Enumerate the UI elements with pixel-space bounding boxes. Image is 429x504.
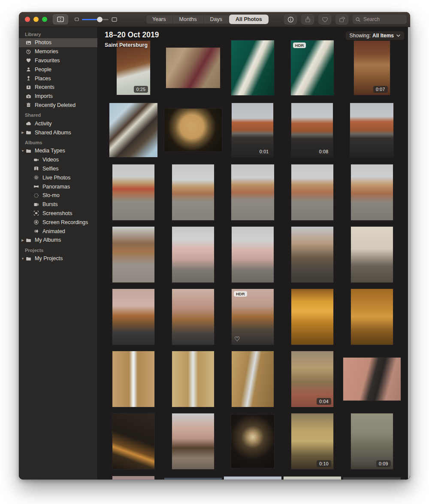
share-button[interactable] (301, 14, 314, 24)
photo-thumbnail[interactable] (112, 289, 154, 345)
photo-thumbnail[interactable] (172, 289, 214, 345)
sidebar-item-selfies[interactable]: Selfies (19, 164, 97, 173)
grid-cell (163, 285, 223, 348)
photo-thumbnail[interactable]: 0:01 (232, 103, 273, 157)
sidebar-item-animated[interactable]: Animated (19, 227, 97, 236)
disclosure-triangle[interactable]: ▶ (20, 131, 26, 134)
photo-thumbnail[interactable] (224, 477, 281, 480)
thumbnail-aspect-toggle-button[interactable] (53, 14, 68, 24)
photo-thumbnail[interactable] (231, 415, 274, 468)
sidebar-item-panoramas[interactable]: Panoramas (19, 182, 97, 191)
grid-cell: HDR (282, 36, 342, 99)
photo-thumbnail[interactable]: 0:09 (351, 413, 393, 469)
photo-thumbnail[interactable] (231, 40, 274, 95)
photo-thumbnail[interactable]: 0:10 (291, 413, 333, 469)
sidebar-item-label: People (35, 67, 51, 73)
favorite-heart-icon[interactable]: ♡ (234, 335, 240, 343)
thumbnail-zoom-control (74, 16, 118, 23)
photo-thumbnail[interactable] (343, 358, 401, 401)
favorite-button[interactable] (318, 14, 331, 24)
tab-months[interactable]: Months (173, 15, 204, 24)
sidebar-item-screenshots[interactable]: Screenshots (19, 209, 97, 218)
photo-thumbnail[interactable] (172, 227, 214, 282)
photo-thumbnail[interactable] (172, 164, 214, 220)
sidebar-item-slo-mo[interactable]: Slo-mo (19, 191, 97, 200)
scrollbar[interactable] (408, 27, 410, 480)
sidebar-item-my-albums[interactable]: ▶My Albums (19, 236, 97, 245)
photo-thumbnail[interactable] (109, 103, 157, 157)
photo-thumbnail[interactable] (112, 164, 154, 220)
photo-thumbnail[interactable]: HDR♡ (232, 289, 274, 345)
photo-thumbnail[interactable] (343, 477, 401, 480)
photo-thumbnail[interactable] (172, 351, 214, 407)
titlebar[interactable]: YearsMonthsDaysAll Photos (19, 12, 410, 27)
sidebar-item-shared-albums[interactable]: ▶Shared Albums (19, 128, 97, 137)
sidebar-item-media-types[interactable]: ▼Media Types (19, 146, 97, 155)
zoom-slider-track[interactable] (82, 19, 109, 20)
video-duration-badge: 0:09 (376, 460, 391, 467)
search-field[interactable] (353, 15, 407, 24)
photo-thumbnail[interactable] (112, 413, 154, 469)
photo-thumbnail[interactable] (291, 227, 333, 282)
photo-thumbnail[interactable] (164, 478, 222, 480)
photo-thumbnail[interactable] (232, 227, 274, 282)
search-input[interactable] (363, 16, 404, 23)
grid-cell (104, 285, 163, 348)
photo-thumbnail[interactable] (351, 164, 393, 220)
tab-days[interactable]: Days (204, 15, 229, 24)
rotate-icon (338, 16, 346, 23)
sidebar-item-bursts[interactable]: Bursts (19, 200, 97, 209)
video-duration-badge: 0:04 (317, 398, 331, 405)
fullscreen-button[interactable] (42, 17, 47, 22)
photo-thumbnail[interactable] (351, 227, 393, 282)
zoom-slider-knob[interactable] (97, 17, 103, 22)
photo-thumbnail[interactable] (172, 413, 214, 469)
sidebar-item-activity[interactable]: Activity (19, 119, 97, 128)
bursts-icon (33, 202, 40, 207)
photo-thumbnail[interactable] (166, 48, 220, 88)
folder-icon (26, 130, 32, 135)
sidebar-item-videos[interactable]: Videos (19, 155, 97, 164)
photo-thumbnail[interactable]: HDR (291, 40, 334, 95)
sidebar-item-screen-recordings[interactable]: Screen Recordings (19, 218, 97, 227)
sidebar-item-photos[interactable]: Photos (19, 38, 97, 47)
sidebar-item-label: My Projects (35, 255, 63, 261)
photo-thumbnail[interactable] (112, 227, 154, 282)
showing-filter-button[interactable]: Showing:All Items (346, 31, 404, 40)
grid-cell (282, 161, 342, 223)
photo-thumbnail[interactable] (284, 477, 341, 480)
disclosure-triangle[interactable]: ▶ (20, 238, 26, 242)
photo-thumbnail[interactable]: 0:08 (291, 103, 333, 157)
sidebar-item-places[interactable]: Places (19, 74, 97, 83)
cloud-icon (26, 121, 32, 126)
tab-years[interactable]: Years (146, 15, 173, 24)
photo-thumbnail[interactable] (232, 351, 274, 407)
photo-thumbnail[interactable] (112, 351, 154, 407)
photo-thumbnail[interactable] (291, 164, 333, 220)
close-button[interactable] (25, 17, 30, 22)
sidebar-item-favourites[interactable]: Favourites (19, 56, 97, 65)
disclosure-triangle[interactable]: ▼ (20, 149, 26, 153)
info-button[interactable] (284, 14, 297, 24)
photo-thumbnail[interactable]: 0:25 (117, 41, 150, 95)
photo-thumbnail[interactable] (231, 164, 274, 220)
rotate-button[interactable] (335, 14, 348, 24)
tab-all-photos[interactable]: All Photos (229, 15, 269, 24)
photo-thumbnail[interactable] (291, 289, 333, 345)
photo-thumbnail[interactable] (350, 103, 393, 157)
sidebar-item-my-projects[interactable]: ▼My Projects (19, 254, 97, 263)
photo-thumbnail[interactable]: 0:07 (354, 41, 390, 95)
photo-thumbnail[interactable] (351, 289, 393, 345)
photo-thumbnail[interactable] (164, 109, 222, 152)
grid-cell (104, 472, 163, 480)
photo-thumbnail[interactable]: 0:04 (291, 351, 333, 407)
sidebar-item-imports[interactable]: Imports (19, 92, 97, 101)
minimize-button[interactable] (33, 17, 39, 22)
sidebar-item-memories[interactable]: Memories (19, 47, 97, 56)
sidebar-item-recents[interactable]: Recents (19, 83, 97, 92)
sidebar-item-people[interactable]: People (19, 65, 97, 74)
disclosure-triangle[interactable]: ▼ (20, 257, 26, 261)
photo-thumbnail[interactable] (112, 476, 154, 480)
sidebar-item-live-photos[interactable]: Live Photos (19, 173, 97, 182)
sidebar-item-recently-deleted[interactable]: Recently Deleted (19, 101, 97, 110)
